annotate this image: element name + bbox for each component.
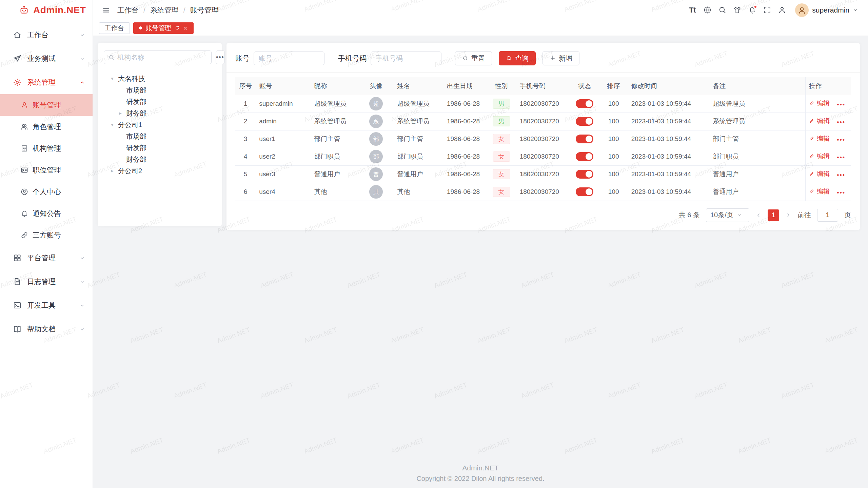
chevron-down-icon	[79, 279, 85, 285]
page-number-1[interactable]: 1	[768, 209, 779, 221]
sidebar-item-org-management[interactable]: 机构管理	[0, 138, 93, 159]
row-more-button[interactable]	[837, 101, 845, 108]
edit-button[interactable]: 编辑	[809, 169, 830, 178]
reset-button[interactable]: 重置	[455, 51, 492, 65]
tree-node-label: 市场部	[126, 86, 146, 95]
accounts-table: 序号 账号 昵称 头像 姓名 出生日期 性别 手机号码 状态 排序 修改时间 备…	[235, 77, 851, 201]
tree-node[interactable]: 市场部	[104, 84, 216, 96]
sidebar: Admin.NET 工作台 业务测试 系统管理 账号管理	[0, 0, 93, 488]
col-phone: 手机号码	[516, 77, 570, 95]
status-toggle[interactable]	[576, 152, 593, 161]
sidebar-item-personal-center[interactable]: 个人中心	[0, 181, 93, 203]
sidebar-item-dev-tools[interactable]: 开发工具	[0, 293, 93, 317]
sidebar-item-help-docs[interactable]: 帮助文档	[0, 317, 93, 341]
search-icon	[506, 55, 512, 61]
sidebar-item-third-party-account[interactable]: 三方账号	[0, 224, 93, 246]
sidebar-item-system-management[interactable]: 系统管理	[0, 70, 93, 94]
sidebar-item-business-test[interactable]: 业务测试	[0, 47, 93, 70]
gender-badge: 女	[493, 134, 510, 144]
tree-node[interactable]: ▾ 大名科技	[104, 73, 216, 84]
sidebar-item-role-management[interactable]: 角色管理	[0, 116, 93, 138]
font-size-icon[interactable]	[687, 3, 697, 17]
phone-filter-input[interactable]	[371, 52, 441, 65]
breadcrumb-workbench[interactable]: 工作台	[117, 5, 139, 15]
prev-page-button[interactable]	[755, 212, 762, 218]
col-name: 姓名	[394, 77, 443, 95]
user-menu[interactable]: superadmin	[795, 3, 858, 17]
table-row: 2 admin 系统管理员 系 系统管理员 1986-06-28 男 18020…	[235, 113, 851, 130]
chevron-down-icon	[79, 303, 85, 308]
cell-name: 超级管理员	[394, 95, 443, 113]
tree-caret-icon[interactable]: ▸	[117, 110, 124, 116]
tree-caret-icon[interactable]: ▾	[108, 76, 116, 82]
fullscreen-icon[interactable]	[762, 3, 772, 17]
edit-button[interactable]: 编辑	[809, 134, 830, 143]
tree-more-button[interactable]	[216, 50, 225, 64]
app-logo[interactable]: Admin.NET	[0, 0, 93, 20]
header-toolbar: superadmin	[687, 3, 858, 17]
tree-node[interactable]: ▸ 分公司2	[104, 165, 216, 177]
cell-nickname: 其他	[311, 183, 358, 201]
cell-phone: 18020030720	[516, 95, 570, 113]
cell-birthdate: 1986-06-28	[443, 113, 486, 130]
search-button[interactable]: 查询	[499, 51, 536, 65]
status-toggle[interactable]	[576, 187, 593, 196]
tab-workbench[interactable]: 工作台	[99, 22, 130, 34]
sidebar-item-label: 角色管理	[33, 122, 61, 131]
tree-caret-icon[interactable]: ▾	[108, 122, 116, 128]
tree-node[interactable]: ▾ 分公司1	[104, 119, 216, 130]
page-size-select[interactable]: 10条/页	[706, 208, 749, 222]
org-search-input[interactable]	[117, 54, 207, 61]
cell-actions: 编辑	[805, 183, 851, 201]
sidebar-item-log-management[interactable]: 日志管理	[0, 270, 93, 293]
status-toggle[interactable]	[576, 117, 593, 126]
tab-account-management[interactable]: 账号管理	[133, 22, 194, 34]
goto-page-input[interactable]	[817, 209, 838, 222]
row-more-button[interactable]	[837, 189, 845, 197]
row-more-button[interactable]	[837, 119, 845, 126]
gender-badge: 女	[493, 169, 510, 179]
status-toggle[interactable]	[576, 135, 593, 143]
sidebar-item-platform-management[interactable]: 平台管理	[0, 246, 93, 270]
sidebar-item-label: 系统管理	[27, 78, 56, 87]
theme-skin-icon[interactable]	[732, 3, 742, 17]
tab-close-icon[interactable]	[183, 26, 188, 30]
status-toggle[interactable]	[576, 170, 593, 179]
tree-node[interactable]: 研发部	[104, 142, 216, 154]
edit-button[interactable]: 编辑	[809, 117, 830, 125]
sidebar-item-account-management[interactable]: 账号管理	[0, 94, 93, 116]
collapse-menu-icon[interactable]	[101, 3, 111, 17]
user-settings-icon[interactable]	[777, 3, 787, 17]
search-icon[interactable]	[717, 3, 727, 17]
tree-node[interactable]: ▸ 财务部	[104, 107, 216, 119]
tree-node[interactable]: 研发部	[104, 96, 216, 107]
language-globe-icon[interactable]	[702, 3, 712, 17]
row-more-button[interactable]	[837, 154, 845, 161]
next-page-button[interactable]	[785, 212, 791, 218]
gender-badge: 男	[493, 99, 510, 109]
status-toggle[interactable]	[576, 99, 593, 108]
sidebar-item-label: 账号管理	[33, 100, 61, 110]
edit-button[interactable]: 编辑	[809, 152, 830, 161]
edit-button[interactable]: 编辑	[809, 99, 830, 108]
sidebar-item-position-management[interactable]: 职位管理	[0, 159, 93, 181]
cell-remark: 部门职员	[710, 148, 806, 165]
tree-node[interactable]: 财务部	[104, 154, 216, 165]
cell-index: 1	[235, 95, 256, 113]
add-button[interactable]: 新增	[542, 51, 579, 65]
sidebar-item-label: 业务测试	[27, 54, 56, 63]
row-more-button[interactable]	[837, 136, 845, 144]
breadcrumb-system-management[interactable]: 系统管理	[150, 5, 179, 15]
sidebar-item-workbench[interactable]: 工作台	[0, 23, 93, 47]
tab-refresh-icon[interactable]	[175, 25, 180, 30]
row-more-button[interactable]	[837, 171, 845, 179]
sidebar-item-notice[interactable]: 通知公告	[0, 203, 93, 224]
edit-button[interactable]: 编辑	[809, 187, 830, 196]
notification-bell-icon[interactable]	[747, 3, 757, 17]
pencil-icon	[809, 118, 815, 124]
tree-node[interactable]: 市场部	[104, 130, 216, 142]
chevron-down-icon	[79, 255, 85, 261]
tree-caret-icon[interactable]: ▸	[108, 168, 116, 174]
org-search-field[interactable]	[104, 50, 212, 64]
account-filter-input[interactable]	[254, 52, 324, 65]
